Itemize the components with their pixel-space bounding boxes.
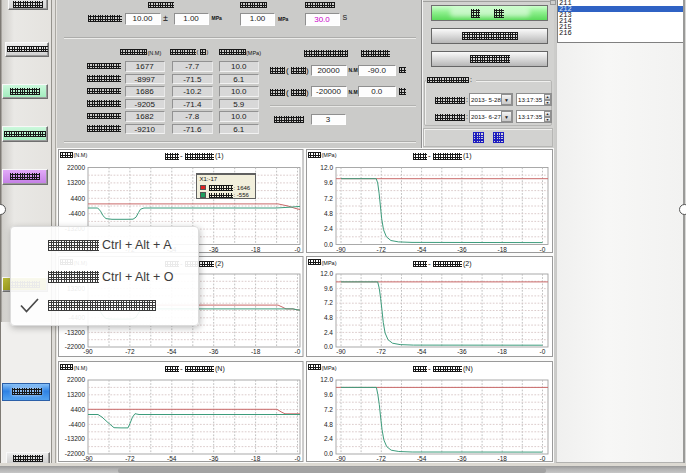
svg-text:13200: 13200 (67, 391, 85, 398)
svg-text:-4400: -4400 (68, 421, 85, 428)
svg-text:-36: -36 (457, 455, 467, 462)
svg-text:4400: 4400 (71, 194, 86, 201)
svg-text:-4400: -4400 (68, 209, 85, 216)
svg-text:2.4: 2.4 (324, 225, 333, 232)
svg-text:12.0: 12.0 (320, 163, 333, 170)
svg-text:-18: -18 (251, 348, 261, 355)
svg-text:2.4: 2.4 (324, 435, 333, 442)
svg-text:-18: -18 (251, 245, 261, 252)
svg-text:22000: 22000 (67, 376, 85, 383)
svg-text:7.2: 7.2 (324, 194, 333, 201)
svg-text:22000: 22000 (67, 163, 85, 170)
svg-text:4.8: 4.8 (324, 421, 333, 428)
svg-text:-13200: -13200 (65, 329, 86, 336)
svg-text:-0: -0 (540, 245, 546, 252)
svg-text:2.4: 2.4 (324, 329, 333, 336)
svg-text:-13200: -13200 (65, 435, 86, 442)
svg-text:-72: -72 (377, 245, 387, 252)
svg-text:-54: -54 (417, 245, 427, 252)
svg-text:-54: -54 (417, 348, 427, 355)
svg-text:-72: -72 (125, 348, 135, 355)
svg-text:-18: -18 (251, 455, 261, 462)
svg-text:-90: -90 (83, 348, 93, 355)
svg-text:-90: -90 (336, 455, 346, 462)
svg-text:0.0: 0.0 (324, 240, 333, 247)
svg-text:-18: -18 (497, 455, 507, 462)
svg-text:13200: 13200 (67, 179, 85, 186)
svg-text:-54: -54 (417, 455, 427, 462)
svg-text:4.8: 4.8 (324, 314, 333, 321)
svg-text:-0: -0 (295, 455, 301, 462)
svg-text:-0: -0 (540, 455, 546, 462)
svg-text:-54: -54 (167, 455, 177, 462)
svg-text:-72: -72 (377, 348, 387, 355)
svg-text:-90: -90 (336, 245, 346, 252)
svg-text:9.6: 9.6 (324, 179, 333, 186)
svg-text:-0: -0 (540, 348, 546, 355)
svg-text:-36: -36 (209, 348, 219, 355)
svg-text:-90: -90 (83, 455, 93, 462)
svg-text:4400: 4400 (71, 406, 86, 413)
svg-text:-90: -90 (336, 348, 346, 355)
svg-text:-36: -36 (209, 455, 219, 462)
svg-text:-72: -72 (125, 455, 135, 462)
svg-text:12.0: 12.0 (320, 376, 333, 383)
svg-text:-54: -54 (167, 348, 177, 355)
svg-text:-18: -18 (497, 245, 507, 252)
svg-text:-22000: -22000 (65, 343, 86, 350)
svg-text:-36: -36 (209, 245, 219, 252)
svg-text:4.8: 4.8 (324, 209, 333, 216)
svg-text:0.0: 0.0 (324, 343, 333, 350)
svg-text:-22000: -22000 (65, 450, 86, 457)
svg-text:9.6: 9.6 (324, 391, 333, 398)
svg-text:-36: -36 (457, 245, 467, 252)
svg-text:12.0: 12.0 (320, 270, 333, 277)
svg-text:-0: -0 (295, 245, 301, 252)
svg-text:-36: -36 (457, 348, 467, 355)
svg-text:9.6: 9.6 (324, 285, 333, 292)
svg-text:7.2: 7.2 (324, 406, 333, 413)
svg-text:-72: -72 (377, 455, 387, 462)
svg-text:0.0: 0.0 (324, 450, 333, 457)
svg-text:-0: -0 (295, 348, 301, 355)
svg-text:7.2: 7.2 (324, 299, 333, 306)
svg-text:-18: -18 (497, 348, 507, 355)
